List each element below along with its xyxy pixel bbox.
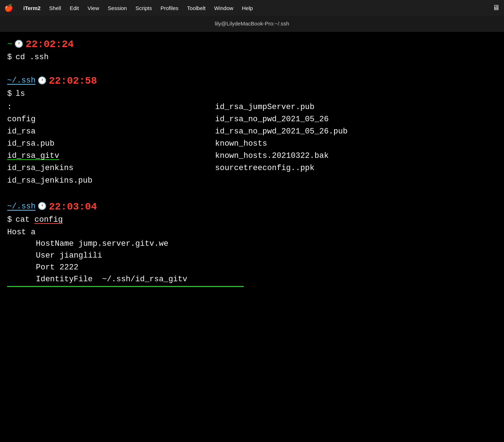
titlebar-title: lily@LilydeMacBook-Pro:~/.ssh	[215, 20, 289, 27]
menubar-view[interactable]: View	[83, 4, 103, 13]
ls-item-id-rsa-gitv: id_rsa_gitv	[7, 150, 215, 162]
clock-icon-2: 🕐	[38, 76, 47, 86]
config-host-line: Host a	[7, 227, 497, 238]
menubar-scripts[interactable]: Scripts	[131, 4, 156, 13]
config-port: Port 2222	[36, 262, 79, 273]
ls-item-id-rsa-jenkins: id_rsa_jenkins	[7, 162, 215, 174]
menubar-edit[interactable]: Edit	[65, 4, 83, 13]
prompt-path-2: ~/.ssh	[7, 75, 35, 86]
ls-item-config: config	[7, 113, 215, 126]
config-hostname-line: HostName jump.server.gitv.we	[7, 239, 497, 250]
menubar: 🍎 iTerm2 Shell Edit View Session Scripts…	[0, 0, 504, 16]
ls-item-colon: :	[7, 101, 215, 113]
cmd-config: config	[34, 215, 63, 224]
cat-output: Host a HostName jump.server.gitv.we User…	[7, 227, 497, 287]
clock-icon-1: 🕐	[14, 39, 23, 50]
menubar-right: 🖥	[493, 4, 500, 12]
time-3: 22:03:04	[49, 200, 97, 214]
ls-output: : config id_rsa id_rsa.pub id_rsa_gitv i…	[7, 101, 497, 187]
config-hostname: HostName jump.server.gitv.we	[36, 239, 168, 250]
dollar-3: $	[7, 215, 12, 226]
config-user-line: User jianglili	[7, 250, 497, 262]
ls-item-known-hosts-bak: known_hosts.20210322.bak	[215, 150, 497, 162]
cmd-cat: cat config	[15, 215, 63, 226]
menubar-window[interactable]: Window	[210, 4, 238, 13]
config-user: User jianglili	[36, 250, 102, 262]
ls-col-left: : config id_rsa id_rsa.pub id_rsa_gitv i…	[7, 101, 215, 187]
prompt-row-2: ~/.ssh 🕐 22:02:58	[7, 74, 497, 88]
time-1: 22:02:24	[25, 37, 73, 51]
menubar-iterm2[interactable]: iTerm2	[19, 4, 45, 13]
ls-item-no-pwd: id_rsa_no_pwd_2021_05_26	[215, 113, 497, 126]
config-identityfile: IdentityFile ~/.ssh/id_rsa_gitv	[36, 274, 187, 285]
menubar-profiles[interactable]: Profiles	[156, 4, 183, 13]
dollar-2: $	[7, 89, 12, 100]
clock-icon-3: 🕐	[38, 202, 47, 212]
menubar-help[interactable]: Help	[238, 4, 257, 13]
menubar-toolbelt[interactable]: Toolbelt	[183, 4, 210, 13]
menubar-shell[interactable]: Shell	[45, 4, 65, 13]
ls-col-right: id_rsa_jumpServer.pub id_rsa_no_pwd_2021…	[215, 101, 497, 187]
gap-2	[7, 190, 497, 200]
ls-item-no-pwd-pub: id_rsa_no_pwd_2021_05_26.pub	[215, 126, 497, 138]
prompt-tilde-1: ~	[7, 38, 12, 51]
titlebar: lily@LilydeMacBook-Pro:~/.ssh	[0, 16, 504, 32]
dollar-1: $	[7, 52, 12, 63]
menubar-session[interactable]: Session	[104, 4, 131, 13]
terminal: ~ 🕐 22:02:24 $ cd .ssh ~/.ssh 🕐 22:02:58…	[0, 32, 504, 293]
cmd-1: cd .ssh	[15, 52, 48, 63]
config-port-line: Port 2222	[7, 262, 497, 273]
apple-icon[interactable]: 🍎	[4, 4, 13, 13]
time-2: 22:02:58	[49, 74, 97, 88]
green-underline-bar	[7, 286, 244, 287]
prompt-row-1: ~ 🕐 22:02:24	[7, 37, 497, 51]
cmd-row-1: $ cd .ssh	[7, 52, 497, 63]
cmd-2: ls	[15, 89, 25, 100]
prompt-row-3: ~/.ssh 🕐 22:03:04	[7, 200, 497, 214]
ls-item-jumpserver-pub: id_rsa_jumpServer.pub	[215, 101, 497, 113]
titlebar-container: lily@LilydeMacBook-Pro:~/.ssh	[0, 16, 504, 32]
ls-item-id-rsa-jenkins-pub: id_rsa_jenkins.pub	[7, 175, 215, 187]
prompt-path-3: ~/.ssh	[7, 201, 35, 212]
ls-item-sourcetree: sourcetreeconfig..ppk	[215, 162, 497, 174]
config-identityfile-line: IdentityFile ~/.ssh/id_rsa_gitv	[7, 274, 497, 285]
config-host: Host a	[7, 227, 35, 238]
ls-item-known-hosts: known_hosts	[215, 138, 497, 150]
cmd-row-2: $ ls	[7, 89, 497, 100]
ls-item-id-rsa-pub: id_rsa.pub	[7, 138, 215, 150]
ls-item-id-rsa: id_rsa	[7, 126, 215, 138]
gap-1	[7, 64, 497, 74]
cmd-row-3: $ cat config	[7, 215, 497, 226]
